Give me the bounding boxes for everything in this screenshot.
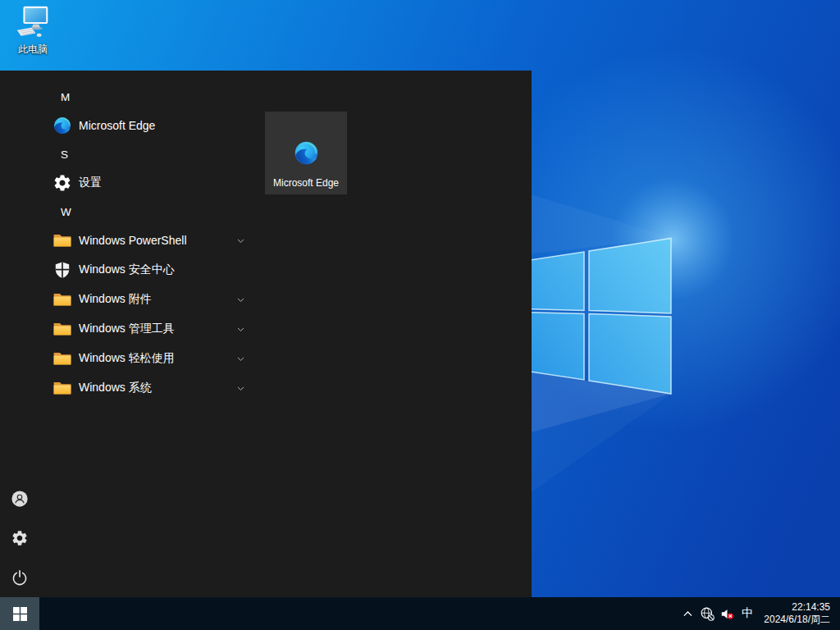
- app-item-microsoft-edge[interactable]: Microsoft Edge: [39, 111, 262, 140]
- app-folder-windows-accessories[interactable]: Windows 附件: [39, 285, 262, 314]
- app-folder-windows-system[interactable]: Windows 系统: [39, 373, 262, 403]
- start-button[interactable]: [0, 597, 39, 630]
- folder-icon: [52, 231, 72, 250]
- edge-icon: [52, 116, 72, 135]
- gear-icon: [11, 529, 29, 547]
- start-menu-rail: [0, 71, 39, 597]
- shield-icon: [52, 260, 72, 280]
- app-label: Microsoft Edge: [79, 119, 155, 132]
- edge-icon: [293, 139, 320, 167]
- clock-time: 22:14:35: [792, 601, 830, 614]
- settings-rail-button[interactable]: [3, 522, 36, 555]
- network-offline-icon: [700, 606, 715, 622]
- chevron-down-icon[interactable]: [235, 324, 246, 335]
- group-letter: S: [61, 148, 68, 161]
- group-letter: M: [61, 91, 70, 103]
- app-label: Windows PowerShell: [79, 234, 187, 247]
- gear-icon: [52, 173, 72, 193]
- app-folder-windows-powershell[interactable]: Windows PowerShell: [39, 226, 262, 255]
- expand-menu-button[interactable]: [3, 79, 36, 112]
- folder-icon: [52, 290, 72, 309]
- power-icon: [11, 568, 29, 587]
- start-menu: M Microsoft Edge S 设置 W Windows PowerShe…: [0, 71, 532, 597]
- system-tray: 中 22:14:35 2024/6/18/周二: [678, 597, 840, 630]
- chevron-up-icon: [681, 607, 695, 621]
- app-label: Windows 管理工具: [79, 322, 175, 336]
- group-letter: W: [61, 206, 71, 218]
- network-status-button[interactable]: [697, 597, 717, 630]
- desktop-icon-label: 此电脑: [18, 43, 48, 57]
- folder-icon: [52, 319, 72, 339]
- tile-microsoft-edge[interactable]: Microsoft Edge: [265, 112, 347, 194]
- windows-logo-icon: [13, 607, 27, 621]
- app-label: Windows 系统: [79, 381, 152, 395]
- taskbar-clock[interactable]: 22:14:35 2024/6/18/周二: [758, 597, 840, 630]
- folder-icon: [52, 378, 72, 398]
- app-folder-windows-ease-of-access[interactable]: Windows 轻松使用: [39, 344, 262, 373]
- taskbar: 中 22:14:35 2024/6/18/周二: [0, 597, 840, 630]
- app-label: 设置: [79, 176, 102, 190]
- app-group-header-m[interactable]: M: [39, 83, 262, 111]
- chevron-down-icon[interactable]: [235, 383, 246, 394]
- chevron-down-icon[interactable]: [235, 294, 246, 305]
- app-label: Windows 轻松使用: [79, 351, 175, 366]
- app-group-header-s[interactable]: S: [39, 140, 262, 168]
- power-button[interactable]: [3, 561, 36, 594]
- app-folder-windows-admin-tools[interactable]: Windows 管理工具: [39, 314, 262, 344]
- clock-date: 2024/6/18/周二: [764, 614, 830, 626]
- chevron-down-icon[interactable]: [235, 354, 246, 364]
- tile-label: Microsoft Edge: [273, 177, 339, 189]
- windows-desktop: 此电脑 M Microsoft: [0, 0, 840, 630]
- user-account-button[interactable]: [3, 482, 36, 515]
- user-icon: [11, 490, 29, 508]
- volume-button[interactable]: [717, 597, 737, 630]
- ime-indicator[interactable]: 中: [737, 597, 758, 630]
- app-group-header-w[interactable]: W: [39, 198, 262, 226]
- chevron-down-icon[interactable]: [235, 235, 246, 246]
- app-label: Windows 安全中心: [79, 262, 175, 277]
- app-item-settings[interactable]: 设置: [39, 168, 262, 198]
- monitor-pc-icon: [14, 4, 52, 42]
- desktop-icon-this-pc[interactable]: 此电脑: [9, 4, 57, 57]
- volume-mute-icon: [719, 606, 735, 622]
- app-item-windows-security[interactable]: Windows 安全中心: [39, 255, 262, 285]
- app-label: Windows 附件: [79, 292, 152, 307]
- app-list: M Microsoft Edge S 设置 W Windows PowerShe…: [39, 83, 262, 403]
- tray-expand-button[interactable]: [678, 597, 697, 630]
- folder-icon: [52, 349, 72, 368]
